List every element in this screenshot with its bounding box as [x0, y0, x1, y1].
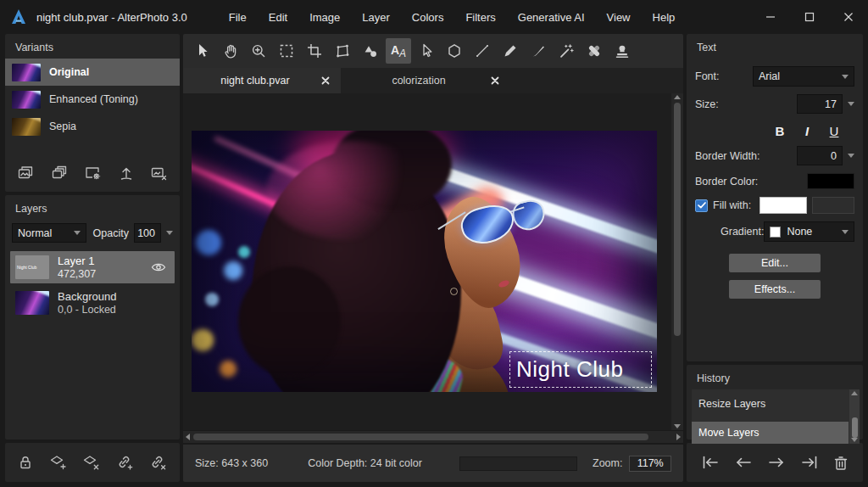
menu-layer[interactable]: Layer	[351, 6, 401, 29]
italic-button[interactable]: I	[800, 124, 814, 138]
chevron-down-icon	[842, 230, 849, 234]
brush-tool[interactable]	[526, 38, 551, 64]
center-workspace: AA	[183, 34, 683, 482]
text-tool[interactable]: AA	[386, 38, 411, 64]
bold-button[interactable]: B	[773, 124, 787, 138]
chevron-down-icon[interactable]	[848, 102, 854, 106]
add-link-icon[interactable]	[116, 454, 135, 471]
variant-item-original[interactable]: Original	[5, 59, 180, 86]
history-item-move-layers[interactable]: Move Layers	[692, 422, 849, 444]
healing-patch-tool[interactable]	[581, 38, 607, 64]
menu-edit[interactable]: Edit	[258, 6, 298, 29]
font-dropdown[interactable]: Arial	[753, 66, 854, 87]
menu-filters[interactable]: Filters	[454, 6, 506, 29]
horizontal-scrollbar[interactable]	[183, 431, 683, 443]
status-bar: Size: 643 x 360 Color Depth: 24 bit colo…	[183, 445, 683, 482]
variant-duplicate-icon[interactable]	[51, 165, 68, 182]
tab-colorization[interactable]: colorization	[341, 68, 510, 93]
border-color-swatch[interactable]	[807, 173, 854, 189]
tab-close-icon[interactable]	[488, 74, 502, 87]
direct-select-tool[interactable]	[414, 38, 439, 64]
menu-colors[interactable]: Colors	[401, 6, 455, 29]
menu-help[interactable]: Help	[642, 6, 687, 29]
scroll-left-icon[interactable]	[186, 434, 190, 440]
size-value: 17	[825, 98, 837, 110]
gradient-dropdown[interactable]: None	[764, 221, 854, 242]
history-first-icon[interactable]	[700, 454, 721, 471]
hand-tool[interactable]	[218, 38, 243, 64]
fill-color-swatch[interactable]	[760, 197, 807, 214]
variant-export-icon[interactable]	[119, 165, 134, 182]
remove-layer-icon[interactable]	[82, 454, 101, 471]
layer-row-layer1[interactable]: Night Club Layer 1 472,307	[10, 251, 175, 283]
size-input[interactable]: 17	[797, 94, 843, 114]
menu-generative-ai[interactable]: Generative AI	[507, 6, 596, 29]
menu-file[interactable]: File	[218, 6, 258, 29]
tab-close-icon[interactable]	[319, 74, 332, 87]
variant-gallery-icon[interactable]	[17, 165, 34, 182]
border-width-input[interactable]: 0	[797, 146, 843, 165]
line-tool[interactable]	[470, 38, 495, 64]
tools-toolbar: AA	[183, 34, 683, 68]
underline-button[interactable]: U	[827, 124, 841, 138]
pencil-tool[interactable]	[498, 38, 523, 64]
fill-checkbox[interactable]	[695, 199, 708, 212]
move-tool[interactable]	[190, 38, 215, 64]
variant-settings-icon[interactable]	[84, 165, 102, 182]
vertical-scrollbar[interactable]	[671, 93, 683, 430]
layer-info: 472,307	[58, 268, 142, 280]
history-scroll-thumb[interactable]	[852, 417, 858, 438]
marquee-select-tool[interactable]	[274, 38, 299, 64]
close-button[interactable]	[829, 0, 868, 34]
zoom-value-field[interactable]: 117%	[629, 456, 671, 472]
variant-delete-icon[interactable]	[150, 165, 168, 182]
layer-visibility-eye-icon[interactable]	[151, 262, 170, 272]
fill-label: Fill with:	[713, 199, 751, 211]
edit-button[interactable]: Edit...	[729, 254, 821, 272]
polygon-tool[interactable]	[442, 38, 467, 64]
magic-wand-tool[interactable]	[554, 38, 579, 64]
chevron-down-icon[interactable]	[166, 231, 173, 235]
clone-stamp-tool[interactable]	[609, 38, 635, 64]
opacity-value: 100	[137, 227, 155, 239]
variant-item-enhanced[interactable]: Enhanced (Toning)	[5, 86, 180, 113]
minimize-button[interactable]	[751, 0, 790, 34]
maximize-button[interactable]	[790, 0, 829, 34]
blend-mode-dropdown[interactable]: Normal	[12, 223, 86, 243]
crop-tool[interactable]	[302, 38, 327, 64]
shapes-tool[interactable]	[358, 38, 383, 64]
history-last-icon[interactable]	[799, 454, 820, 471]
transform-tool[interactable]	[330, 38, 355, 64]
canvas-area[interactable]: Night Club	[183, 93, 683, 430]
effects-button[interactable]: Effects...	[729, 280, 821, 299]
variant-item-sepia[interactable]: Sepia	[5, 113, 180, 140]
add-layer-icon[interactable]	[49, 454, 68, 471]
layer-row-background[interactable]: Background 0,0 - Locked	[10, 287, 175, 319]
menu-image[interactable]: Image	[298, 6, 351, 29]
chevron-down-icon[interactable]	[848, 154, 854, 158]
history-item-resize-layers[interactable]: Resize Layers	[692, 393, 849, 415]
fill-secondary-swatch[interactable]	[812, 197, 854, 214]
scroll-right-icon[interactable]	[676, 434, 681, 440]
vertical-scroll-thumb[interactable]	[674, 103, 681, 336]
scroll-down-icon[interactable]	[674, 424, 681, 428]
scroll-up-icon[interactable]	[674, 95, 681, 99]
remove-link-icon[interactable]	[149, 454, 168, 471]
zoom-tool[interactable]	[246, 38, 271, 64]
history-forward-icon[interactable]	[766, 454, 787, 471]
zoom-label: Zoom:	[593, 457, 622, 469]
opacity-input[interactable]: 100	[134, 223, 161, 243]
history-back-icon[interactable]	[733, 454, 754, 471]
scroll-up-icon[interactable]	[851, 391, 858, 395]
menu-view[interactable]: View	[596, 6, 642, 29]
delete-history-trash-icon[interactable]	[832, 454, 849, 472]
text-layer-selection[interactable]: Night Club	[509, 351, 652, 388]
lock-icon[interactable]	[17, 454, 34, 471]
variant-toolbar	[5, 158, 180, 192]
variant-label: Sepia	[49, 120, 76, 132]
horizontal-scroll-thumb[interactable]	[193, 434, 648, 440]
scroll-down-icon[interactable]	[851, 438, 858, 442]
history-scrollbar[interactable]	[849, 389, 860, 444]
image-canvas[interactable]: Night Club	[192, 131, 657, 392]
tab-night-club[interactable]: night club.pvar	[183, 68, 341, 93]
